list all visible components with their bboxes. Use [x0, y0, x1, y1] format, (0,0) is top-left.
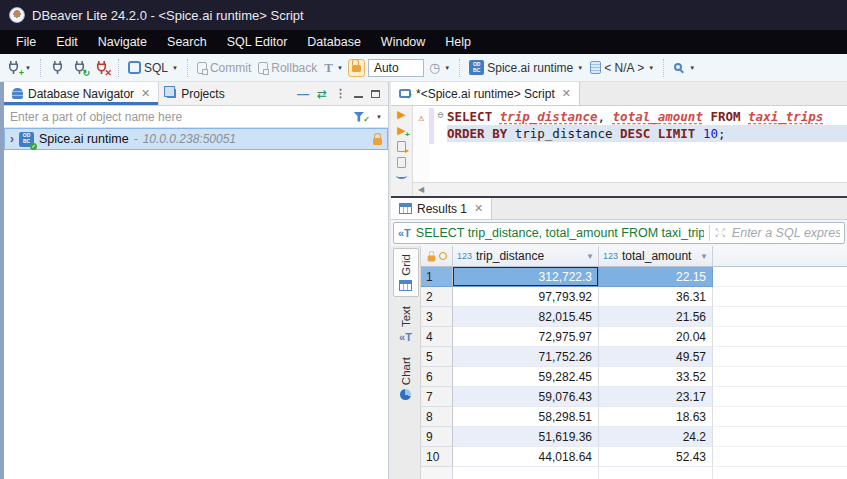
active-schema-selector[interactable]: < N/A > ▼	[588, 59, 656, 77]
row-number-cell[interactable]: 10	[421, 447, 453, 467]
sql-editor-caret[interactable]: ▼	[172, 65, 178, 71]
menu-sql-editor[interactable]: SQL Editor	[217, 30, 298, 54]
history-button[interactable]: ◷ ▼	[427, 59, 452, 76]
menu-search[interactable]: Search	[157, 30, 217, 54]
close-icon[interactable]: ✕	[474, 202, 483, 215]
maximize-icon[interactable]	[371, 90, 380, 98]
execute-script-icon[interactable]	[397, 141, 406, 152]
row-number-cell[interactable]: 2	[421, 287, 453, 307]
row-number-cell[interactable]: 4	[421, 327, 453, 347]
cell-trip-distance[interactable]: 312,722.3	[453, 267, 599, 287]
connect-button[interactable]	[48, 58, 67, 77]
new-connection-button[interactable]: + ▼	[4, 58, 33, 77]
scroll-left-icon[interactable]: ◀	[413, 185, 429, 194]
autocommit-combo[interactable]: Auto	[368, 59, 424, 77]
expander-chevron-icon[interactable]: ›	[10, 132, 14, 146]
sql-line[interactable]: ORDER BY trip_distance DESC LIMIT 10;	[447, 125, 847, 142]
history-caret[interactable]: ▼	[444, 65, 450, 71]
cell-trip-distance[interactable]: 58,298.51	[453, 407, 599, 427]
grid-corner-cell[interactable]	[421, 246, 453, 267]
view-menu-icon[interactable]: ⋮	[335, 87, 346, 100]
active-schema-caret[interactable]: ▼	[648, 65, 654, 71]
cell-trip-distance[interactable]: 82,015.45	[453, 307, 599, 327]
row-number-cell[interactable]: 7	[421, 387, 453, 407]
column-header-trip-distance[interactable]: 123 trip_distance ▼	[453, 246, 599, 267]
cell-trip-distance[interactable]: 71,752.26	[453, 347, 599, 367]
new-connection-caret[interactable]: ▼	[25, 65, 31, 71]
cell-total-amount[interactable]: 33.52	[599, 367, 713, 387]
transaction-mode-button[interactable]: T ▼	[322, 58, 345, 78]
minimize-icon[interactable]	[354, 90, 363, 98]
cell-total-amount[interactable]: 52.43	[599, 447, 713, 467]
cell-total-amount[interactable]: 24.2	[599, 427, 713, 447]
tree-item-connection[interactable]: › OD BC Spice.ai runtime - 10.0.0.238:50…	[4, 128, 388, 150]
cell-trip-distance[interactable]: 97,793.92	[453, 287, 599, 307]
cell-trip-distance[interactable]: 72,975.97	[453, 327, 599, 347]
cell-total-amount[interactable]: 23.17	[599, 387, 713, 407]
cell-trip-distance[interactable]: 44,018.64	[453, 447, 599, 467]
cell-total-amount[interactable]: 21.56	[599, 307, 713, 327]
results-filter-box[interactable]: «T SELECT trip_distance, total_amount FR…	[393, 222, 845, 244]
column-header-total-amount[interactable]: 123 total_amount ▼	[599, 246, 713, 267]
tab-chart[interactable]: Chart	[393, 352, 419, 405]
menu-help[interactable]: Help	[435, 30, 481, 54]
cell-trip-distance[interactable]: 59,076.43	[453, 387, 599, 407]
close-icon[interactable]: ✕	[562, 87, 571, 100]
menu-navigate[interactable]: Navigate	[88, 30, 157, 54]
row-number-cell[interactable]: 3	[421, 307, 453, 327]
row-number-cell[interactable]: 5	[421, 347, 453, 367]
close-icon[interactable]: ✕	[141, 87, 150, 100]
tab-results-1[interactable]: Results 1 ✕	[391, 198, 492, 219]
active-connection-selector[interactable]: OD BC Spice.ai runtime ▼	[467, 58, 585, 77]
disconnect-button[interactable]: ✕	[92, 58, 111, 77]
sql-line[interactable]: SELECT trip_distance, total_amount FROM …	[447, 108, 847, 125]
sql-expression-input[interactable]: Enter a SQL expression to	[732, 226, 840, 240]
cell-trip-distance[interactable]: 51,619.36	[453, 427, 599, 447]
fold-column[interactable]: ⊖	[434, 106, 447, 182]
editor-hscrollbar[interactable]: ◀	[413, 182, 847, 196]
cell-total-amount[interactable]: 20.04	[599, 327, 713, 347]
tab-grid[interactable]: Grid	[393, 248, 419, 297]
tab-text[interactable]: Text «T	[393, 301, 419, 348]
connection-lock-toggle[interactable]	[348, 59, 365, 77]
sql-console-icon[interactable]	[396, 173, 407, 179]
titlebar[interactable]: DBeaver Lite 24.2.0 - <Spice.ai runtime>…	[0, 0, 847, 30]
row-number-cell[interactable]: 1	[421, 267, 453, 287]
row-number-cell[interactable]: 6	[421, 367, 453, 387]
code-area[interactable]: ⚠ ⊖ SELECT trip_distance, total_amount F…	[413, 106, 847, 182]
menu-database[interactable]: Database	[297, 30, 371, 54]
collapse-all-icon[interactable]: —	[297, 87, 309, 101]
tab-projects[interactable]: Projects	[159, 82, 232, 105]
transaction-mode-caret[interactable]: ▼	[337, 65, 343, 71]
execute-statement-icon[interactable]: ▶	[397, 109, 405, 120]
sort-caret-icon[interactable]: ▼	[700, 252, 708, 261]
execute-new-tab-icon[interactable]: ▶	[397, 125, 405, 136]
reconnect-button[interactable]: ↻	[70, 58, 89, 77]
tab-database-navigator[interactable]: Database Navigator ✕	[4, 82, 159, 105]
menu-edit[interactable]: Edit	[46, 30, 88, 54]
search-caret[interactable]: ▼	[689, 65, 695, 71]
active-connection-caret[interactable]: ▼	[577, 65, 583, 71]
sql-editor-button[interactable]: SQL ▼	[126, 59, 180, 77]
object-filter-input[interactable]: Enter a part of object name here	[10, 110, 348, 124]
explain-plan-icon[interactable]	[397, 157, 406, 168]
commit-button[interactable]: Commit	[195, 59, 253, 77]
cell-trip-distance[interactable]: 59,282.45	[453, 367, 599, 387]
sort-caret-icon[interactable]: ▼	[586, 252, 594, 261]
search-button[interactable]: ▼	[671, 60, 697, 76]
cell-total-amount[interactable]: 49.57	[599, 347, 713, 367]
fold-marker[interactable]: ⊖	[437, 109, 443, 120]
cell-total-amount[interactable]: 22.15	[599, 267, 713, 287]
rollback-button[interactable]: Rollback	[256, 59, 319, 77]
menu-window[interactable]: Window	[371, 30, 435, 54]
link-editor-icon[interactable]: ⇄	[317, 87, 327, 101]
cell-total-amount[interactable]: 36.31	[599, 287, 713, 307]
filter-caret[interactable]: ▼	[376, 114, 382, 120]
cell-total-amount[interactable]: 18.63	[599, 407, 713, 427]
row-number-cell[interactable]: 8	[421, 407, 453, 427]
expand-panel-icon[interactable]: ↖↗↙↘	[715, 228, 727, 238]
menu-file[interactable]: File	[6, 30, 46, 54]
tab-sql-script[interactable]: *<Spice.ai runtime> Script ✕	[391, 82, 580, 105]
sql-code[interactable]: SELECT trip_distance, total_amount FROM …	[447, 106, 847, 182]
row-number-cell[interactable]: 9	[421, 427, 453, 447]
